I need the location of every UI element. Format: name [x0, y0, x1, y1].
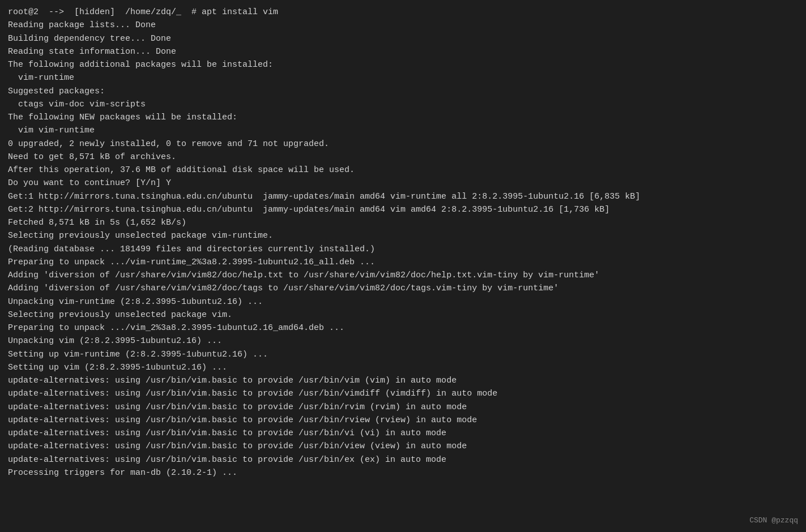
terminal-line-line7: Suggested packages: — [8, 85, 798, 98]
terminal-output: root@2 --> [hidden] /home/zdq/_ # apt in… — [8, 6, 798, 479]
terminal-line-line31: update-alternatives: using /usr/bin/vim.… — [8, 401, 798, 414]
terminal-line-line12: Need to get 8,571 kB of archives. — [8, 151, 798, 164]
terminal-line-line34: update-alternatives: using /usr/bin/vim.… — [8, 440, 798, 453]
terminal-line-line6: vim-runtime — [8, 71, 798, 84]
terminal-line-line25: Preparing to unpack .../vim_2%3a8.2.3995… — [8, 321, 798, 334]
terminal-line-line27: Setting up vim-runtime (2:8.2.3995-1ubun… — [8, 348, 798, 361]
terminal-line-line24: Selecting previously unselected package … — [8, 308, 798, 321]
terminal-line-line11: 0 upgraded, 2 newly installed, 0 to remo… — [8, 138, 798, 151]
terminal-line-line4: Reading state information... Done — [8, 45, 798, 58]
terminal-line-line8: ctags vim-doc vim-scripts — [8, 98, 798, 111]
terminal-line-line22: Adding 'diversion of /usr/share/vim/vim8… — [8, 282, 798, 295]
terminal-line-line23: Unpacking vim-runtime (2:8.2.3995-1ubunt… — [8, 295, 798, 308]
watermark: CSDN @pzzqq — [749, 515, 798, 526]
terminal-line-line14: Do you want to continue? [Y/n] Y — [8, 177, 798, 190]
terminal-line-line33: update-alternatives: using /usr/bin/vim.… — [8, 427, 798, 440]
terminal-line-line15: Get:1 http://mirrors.tuna.tsinghua.edu.c… — [8, 190, 798, 203]
terminal-line-line32: update-alternatives: using /usr/bin/vim.… — [8, 414, 798, 427]
terminal-line-line20: Preparing to unpack .../vim-runtime_2%3a… — [8, 256, 798, 269]
terminal-line-line9: The following NEW packages will be insta… — [8, 111, 798, 124]
terminal-line-line19: (Reading database ... 181499 files and d… — [8, 243, 798, 256]
terminal-line-line13: After this operation, 37.6 MB of additio… — [8, 164, 798, 177]
terminal-line-line5: The following additional packages will b… — [8, 58, 798, 71]
terminal-line-line16: Get:2 http://mirrors.tuna.tsinghua.edu.c… — [8, 203, 798, 216]
terminal-line-line36: Processing triggers for man-db (2.10.2-1… — [8, 466, 798, 479]
terminal-window: root@2 --> [hidden] /home/zdq/_ # apt in… — [0, 0, 806, 532]
terminal-line-line2: Reading package lists... Done — [8, 19, 798, 32]
terminal-line-line26: Unpacking vim (2:8.2.3995-1ubuntu2.16) .… — [8, 334, 798, 347]
terminal-line-line3: Building dependency tree... Done — [8, 32, 798, 45]
terminal-line-line1: root@2 --> [hidden] /home/zdq/_ # apt in… — [8, 6, 798, 19]
terminal-line-line17: Fetched 8,571 kB in 5s (1,652 kB/s) — [8, 216, 798, 229]
terminal-line-line29: update-alternatives: using /usr/bin/vim.… — [8, 374, 798, 387]
terminal-line-line10: vim vim-runtime — [8, 124, 798, 137]
terminal-line-line30: update-alternatives: using /usr/bin/vim.… — [8, 387, 798, 400]
terminal-line-line18: Selecting previously unselected package … — [8, 229, 798, 242]
terminal-line-line21: Adding 'diversion of /usr/share/vim/vim8… — [8, 269, 798, 282]
terminal-line-line35: update-alternatives: using /usr/bin/vim.… — [8, 453, 798, 466]
terminal-line-line28: Setting up vim (2:8.2.3995-1ubuntu2.16) … — [8, 361, 798, 374]
